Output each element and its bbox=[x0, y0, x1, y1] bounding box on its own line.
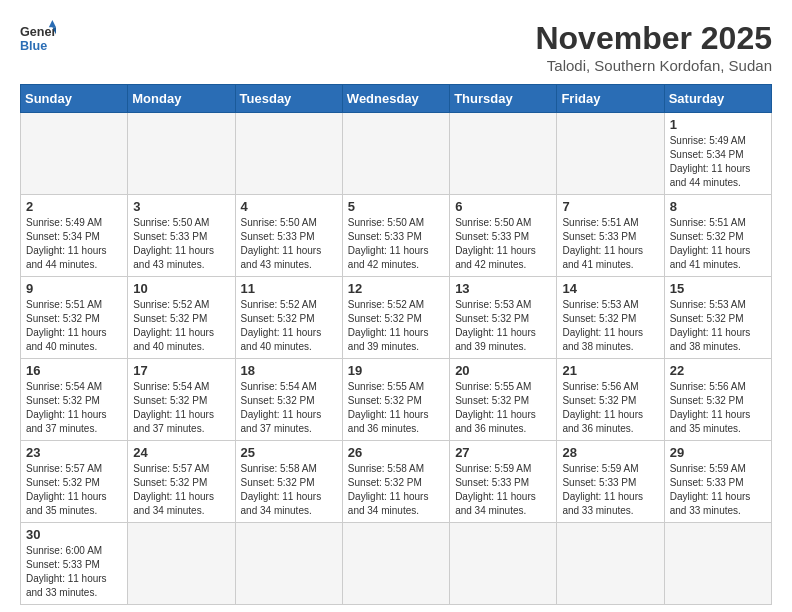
day-info: Sunrise: 5:59 AMSunset: 5:33 PMDaylight:… bbox=[455, 462, 551, 518]
weekday-header-sunday: Sunday bbox=[21, 85, 128, 113]
logo-icon: General Blue bbox=[20, 20, 56, 56]
day-info: Sunrise: 5:59 AMSunset: 5:33 PMDaylight:… bbox=[562, 462, 658, 518]
week-row-4: 16Sunrise: 5:54 AMSunset: 5:32 PMDayligh… bbox=[21, 359, 772, 441]
day-info: Sunrise: 5:49 AMSunset: 5:34 PMDaylight:… bbox=[670, 134, 766, 190]
calendar-cell: 16Sunrise: 5:54 AMSunset: 5:32 PMDayligh… bbox=[21, 359, 128, 441]
calendar-cell: 22Sunrise: 5:56 AMSunset: 5:32 PMDayligh… bbox=[664, 359, 771, 441]
day-number: 20 bbox=[455, 363, 551, 378]
calendar-cell: 4Sunrise: 5:50 AMSunset: 5:33 PMDaylight… bbox=[235, 195, 342, 277]
day-number: 10 bbox=[133, 281, 229, 296]
day-number: 3 bbox=[133, 199, 229, 214]
day-number: 4 bbox=[241, 199, 337, 214]
week-row-1: 1Sunrise: 5:49 AMSunset: 5:34 PMDaylight… bbox=[21, 113, 772, 195]
calendar-cell bbox=[557, 523, 664, 605]
day-number: 16 bbox=[26, 363, 122, 378]
day-info: Sunrise: 6:00 AMSunset: 5:33 PMDaylight:… bbox=[26, 544, 122, 600]
week-row-2: 2Sunrise: 5:49 AMSunset: 5:34 PMDaylight… bbox=[21, 195, 772, 277]
day-info: Sunrise: 5:53 AMSunset: 5:32 PMDaylight:… bbox=[562, 298, 658, 354]
day-info: Sunrise: 5:54 AMSunset: 5:32 PMDaylight:… bbox=[133, 380, 229, 436]
day-number: 5 bbox=[348, 199, 444, 214]
day-number: 6 bbox=[455, 199, 551, 214]
day-info: Sunrise: 5:49 AMSunset: 5:34 PMDaylight:… bbox=[26, 216, 122, 272]
calendar-cell: 2Sunrise: 5:49 AMSunset: 5:34 PMDaylight… bbox=[21, 195, 128, 277]
day-number: 1 bbox=[670, 117, 766, 132]
day-info: Sunrise: 5:50 AMSunset: 5:33 PMDaylight:… bbox=[455, 216, 551, 272]
weekday-header-monday: Monday bbox=[128, 85, 235, 113]
day-info: Sunrise: 5:53 AMSunset: 5:32 PMDaylight:… bbox=[670, 298, 766, 354]
calendar-cell: 3Sunrise: 5:50 AMSunset: 5:33 PMDaylight… bbox=[128, 195, 235, 277]
calendar-cell: 25Sunrise: 5:58 AMSunset: 5:32 PMDayligh… bbox=[235, 441, 342, 523]
calendar-cell bbox=[664, 523, 771, 605]
calendar-cell: 1Sunrise: 5:49 AMSunset: 5:34 PMDaylight… bbox=[664, 113, 771, 195]
calendar-cell: 9Sunrise: 5:51 AMSunset: 5:32 PMDaylight… bbox=[21, 277, 128, 359]
day-info: Sunrise: 5:52 AMSunset: 5:32 PMDaylight:… bbox=[241, 298, 337, 354]
calendar-cell: 18Sunrise: 5:54 AMSunset: 5:32 PMDayligh… bbox=[235, 359, 342, 441]
title-block: November 2025 Talodi, Southern Kordofan,… bbox=[535, 20, 772, 74]
day-info: Sunrise: 5:55 AMSunset: 5:32 PMDaylight:… bbox=[348, 380, 444, 436]
day-number: 27 bbox=[455, 445, 551, 460]
day-number: 28 bbox=[562, 445, 658, 460]
day-info: Sunrise: 5:50 AMSunset: 5:33 PMDaylight:… bbox=[133, 216, 229, 272]
day-number: 15 bbox=[670, 281, 766, 296]
calendar-cell: 24Sunrise: 5:57 AMSunset: 5:32 PMDayligh… bbox=[128, 441, 235, 523]
day-info: Sunrise: 5:51 AMSunset: 5:33 PMDaylight:… bbox=[562, 216, 658, 272]
day-info: Sunrise: 5:56 AMSunset: 5:32 PMDaylight:… bbox=[670, 380, 766, 436]
week-row-5: 23Sunrise: 5:57 AMSunset: 5:32 PMDayligh… bbox=[21, 441, 772, 523]
day-number: 14 bbox=[562, 281, 658, 296]
calendar-cell: 26Sunrise: 5:58 AMSunset: 5:32 PMDayligh… bbox=[342, 441, 449, 523]
week-row-3: 9Sunrise: 5:51 AMSunset: 5:32 PMDaylight… bbox=[21, 277, 772, 359]
calendar-cell: 30Sunrise: 6:00 AMSunset: 5:33 PMDayligh… bbox=[21, 523, 128, 605]
calendar-table: SundayMondayTuesdayWednesdayThursdayFrid… bbox=[20, 84, 772, 605]
svg-text:Blue: Blue bbox=[20, 39, 47, 53]
day-info: Sunrise: 5:52 AMSunset: 5:32 PMDaylight:… bbox=[348, 298, 444, 354]
calendar-cell: 29Sunrise: 5:59 AMSunset: 5:33 PMDayligh… bbox=[664, 441, 771, 523]
calendar-cell bbox=[450, 523, 557, 605]
day-number: 17 bbox=[133, 363, 229, 378]
weekday-header-tuesday: Tuesday bbox=[235, 85, 342, 113]
day-info: Sunrise: 5:58 AMSunset: 5:32 PMDaylight:… bbox=[241, 462, 337, 518]
calendar-cell: 13Sunrise: 5:53 AMSunset: 5:32 PMDayligh… bbox=[450, 277, 557, 359]
calendar-cell: 6Sunrise: 5:50 AMSunset: 5:33 PMDaylight… bbox=[450, 195, 557, 277]
day-number: 24 bbox=[133, 445, 229, 460]
day-number: 8 bbox=[670, 199, 766, 214]
day-info: Sunrise: 5:57 AMSunset: 5:32 PMDaylight:… bbox=[26, 462, 122, 518]
day-number: 26 bbox=[348, 445, 444, 460]
day-info: Sunrise: 5:51 AMSunset: 5:32 PMDaylight:… bbox=[26, 298, 122, 354]
calendar-cell: 19Sunrise: 5:55 AMSunset: 5:32 PMDayligh… bbox=[342, 359, 449, 441]
svg-text:General: General bbox=[20, 25, 56, 39]
day-number: 12 bbox=[348, 281, 444, 296]
calendar-cell: 21Sunrise: 5:56 AMSunset: 5:32 PMDayligh… bbox=[557, 359, 664, 441]
calendar-cell: 10Sunrise: 5:52 AMSunset: 5:32 PMDayligh… bbox=[128, 277, 235, 359]
weekday-header-saturday: Saturday bbox=[664, 85, 771, 113]
weekday-header-row: SundayMondayTuesdayWednesdayThursdayFrid… bbox=[21, 85, 772, 113]
calendar-cell: 5Sunrise: 5:50 AMSunset: 5:33 PMDaylight… bbox=[342, 195, 449, 277]
day-number: 21 bbox=[562, 363, 658, 378]
calendar-cell: 23Sunrise: 5:57 AMSunset: 5:32 PMDayligh… bbox=[21, 441, 128, 523]
weekday-header-friday: Friday bbox=[557, 85, 664, 113]
day-info: Sunrise: 5:54 AMSunset: 5:32 PMDaylight:… bbox=[26, 380, 122, 436]
day-number: 23 bbox=[26, 445, 122, 460]
day-info: Sunrise: 5:54 AMSunset: 5:32 PMDaylight:… bbox=[241, 380, 337, 436]
day-info: Sunrise: 5:51 AMSunset: 5:32 PMDaylight:… bbox=[670, 216, 766, 272]
day-number: 22 bbox=[670, 363, 766, 378]
weekday-header-wednesday: Wednesday bbox=[342, 85, 449, 113]
calendar-cell: 20Sunrise: 5:55 AMSunset: 5:32 PMDayligh… bbox=[450, 359, 557, 441]
calendar-cell bbox=[450, 113, 557, 195]
calendar-cell: 11Sunrise: 5:52 AMSunset: 5:32 PMDayligh… bbox=[235, 277, 342, 359]
day-info: Sunrise: 5:56 AMSunset: 5:32 PMDaylight:… bbox=[562, 380, 658, 436]
day-number: 25 bbox=[241, 445, 337, 460]
calendar-cell bbox=[342, 523, 449, 605]
day-number: 9 bbox=[26, 281, 122, 296]
calendar-cell: 8Sunrise: 5:51 AMSunset: 5:32 PMDaylight… bbox=[664, 195, 771, 277]
calendar-cell: 28Sunrise: 5:59 AMSunset: 5:33 PMDayligh… bbox=[557, 441, 664, 523]
month-title: November 2025 bbox=[535, 20, 772, 57]
calendar-cell: 14Sunrise: 5:53 AMSunset: 5:32 PMDayligh… bbox=[557, 277, 664, 359]
calendar-cell bbox=[128, 113, 235, 195]
calendar-cell: 12Sunrise: 5:52 AMSunset: 5:32 PMDayligh… bbox=[342, 277, 449, 359]
day-info: Sunrise: 5:59 AMSunset: 5:33 PMDaylight:… bbox=[670, 462, 766, 518]
day-info: Sunrise: 5:52 AMSunset: 5:32 PMDaylight:… bbox=[133, 298, 229, 354]
day-number: 29 bbox=[670, 445, 766, 460]
day-number: 30 bbox=[26, 527, 122, 542]
logo: General Blue bbox=[20, 20, 56, 56]
day-number: 2 bbox=[26, 199, 122, 214]
